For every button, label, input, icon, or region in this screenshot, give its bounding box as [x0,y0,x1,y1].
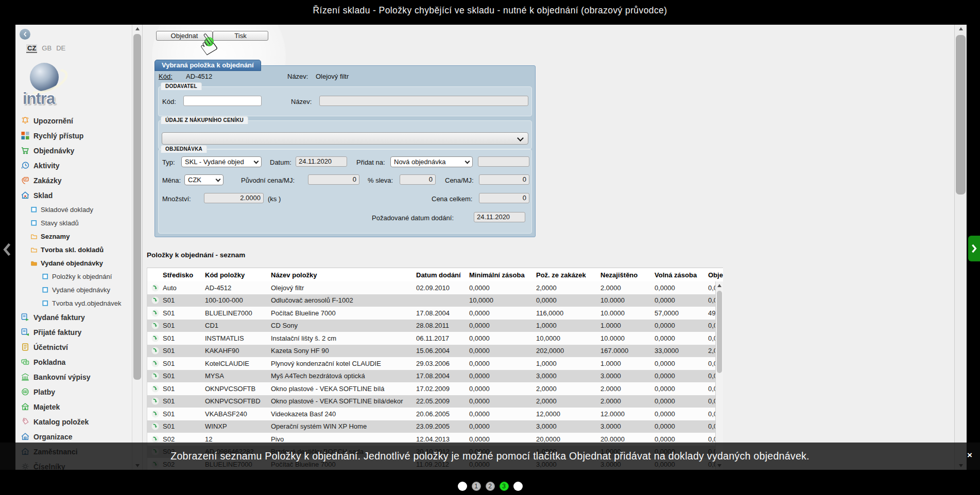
table-row[interactable]: S01WINXPOperační systém WIN XP Home23.09… [147,420,723,433]
table-row[interactable]: S01KotelCLAUDIEPlynový kondenzační kotel… [147,357,723,370]
table-row[interactable]: S01INSTMATLISInstalační lišty š. 2 cm06.… [147,332,723,345]
column-header[interactable]: Minimální zásoba [468,271,535,279]
supplier-kod-input[interactable] [183,96,262,106]
pagination-dot-1[interactable]: 1 [472,482,481,491]
green-curved-arrow-icon[interactable] [147,360,162,367]
green-curved-arrow-icon[interactable] [147,410,162,418]
sidebar-collapse-button[interactable] [20,29,30,40]
cena-mj-input[interactable]: 0 [479,174,529,185]
column-header[interactable]: Pož. ze zakázek [535,271,599,279]
table-row[interactable]: AutoAD-4512Olejový filtr02.09.20100,0000… [147,281,723,294]
column-header[interactable]: Kód položky [204,271,270,279]
window-scrollbar[interactable] [954,25,967,470]
green-curved-arrow-icon[interactable] [147,397,162,405]
sidebar-item[interactable]: Účetnictví [15,340,132,355]
table-scrollbar-thumb[interactable] [717,291,722,373]
sleva-input[interactable]: 0 [400,174,436,185]
sidebar-item[interactable]: Vydané objednávky [15,283,132,296]
pridat-extra-input[interactable] [478,156,529,167]
puvodni-input[interactable]: 0 [308,174,359,185]
guide-prev-button[interactable] [2,242,11,257]
sidebar-item[interactable]: Vydané faktury [15,310,132,325]
language-gb[interactable]: GB [42,44,51,53]
sidebar-item[interactable]: Bankovní výpisy [15,369,132,384]
green-curved-arrow-icon[interactable] [147,322,162,329]
sidebar-item[interactable]: Majetek [15,399,132,414]
sidebar-item[interactable]: Platby [15,384,132,399]
mena-select[interactable]: CZK [184,174,223,185]
cell-stredisko: S01 [162,322,204,329]
green-curved-arrow-icon[interactable] [147,334,162,342]
sidebar-scrollbar-thumb[interactable] [133,34,141,380]
sidebar-item[interactable]: Tvorba vyd.objednávek [15,296,132,310]
pagination-dot[interactable] [458,482,467,491]
cell-poz: 10,0000 [535,334,599,342]
language-cz[interactable]: CZ [26,44,37,53]
sidebar-item[interactable]: Přijaté faktury [15,325,132,340]
sidebar-item[interactable]: Vydané objednávky [15,256,132,270]
column-header[interactable]: Volná zásoba [654,271,707,279]
datum-input[interactable]: 24.11.2020 [296,156,347,167]
pozadovane-input[interactable]: 24.11.2020 [474,212,525,222]
pridat-select[interactable]: Nová objednávka [390,156,473,167]
sidebar-item[interactable]: Sklad [15,188,132,203]
sidebar-item[interactable]: Tvorba skl. dokladů [15,243,132,256]
cell-stredisko: S01 [162,360,204,367]
table-row[interactable]: S01OKNPVCSOFTBDOkno plastové - VEKA SOFT… [147,395,723,408]
mnozstvi-input[interactable]: 2.0000 [204,193,264,203]
cell-stredisko: S01 [162,309,204,317]
green-curved-arrow-icon[interactable] [147,372,162,380]
pagination-dot-3[interactable]: 3 [500,482,509,491]
supplier-nazev-input[interactable] [319,96,528,106]
green-curved-arrow-icon[interactable] [147,385,162,393]
celkem-input[interactable]: 0 [479,193,529,203]
sidebar-item[interactable]: Položky k objednání [15,270,132,283]
kod-label[interactable]: Kód: [159,73,173,80]
close-icon[interactable]: × [964,450,975,461]
pagination-dot[interactable] [513,482,523,491]
column-header[interactable]: Objednáno [707,271,723,279]
table-row[interactable]: S01100-100-000Odlučovač aerosolů F-10021… [147,294,723,307]
print-button[interactable]: Tisk [213,31,268,41]
cell-kod: AD-4512 [204,284,270,292]
green-curved-arrow-icon[interactable] [147,435,162,443]
green-curved-arrow-icon[interactable] [147,284,162,292]
table-row[interactable]: S01OKNPVCSOFTBOkno plastové - VEKA SOFTL… [147,382,723,395]
typ-select[interactable]: SKL - Vydané objed [181,156,262,167]
scroll-up-icon[interactable] [716,281,723,290]
table-row[interactable]: S01VKABASF240Videokazeta Basf 24020.06.2… [147,408,723,420]
pagination-dot-2[interactable]: 2 [486,482,495,491]
language-de[interactable]: DE [56,44,65,53]
window-scrollbar-thumb[interactable] [956,35,966,195]
column-header[interactable]: Název položky [270,271,415,279]
sidebar-item[interactable]: Katalog položek [15,414,132,429]
green-curved-arrow-icon[interactable] [147,296,162,304]
green-curved-arrow-icon[interactable] [147,347,162,355]
table-scrollbar[interactable] [715,281,723,470]
guide-next-button[interactable] [968,236,980,261]
column-header[interactable]: Středisko [162,271,204,279]
scroll-up-icon[interactable] [955,25,967,33]
pricelist-select[interactable] [162,132,528,145]
sidebar-item[interactable]: Skladové doklady [15,203,132,216]
table-row[interactable]: S01BLUELINE7000Počítač Blueline 700017.0… [147,307,723,320]
sidebar-item[interactable]: Aktivity [15,158,132,173]
cell-datum: 29.03.2006 [415,360,468,367]
scroll-up-icon[interactable] [132,25,142,33]
sidebar-item[interactable]: Zakázky [15,173,132,188]
sidebar-item[interactable]: Pokladna [15,355,132,369]
sidebar-scrollbar[interactable] [132,25,143,470]
sidebar-item[interactable]: Stavy skladů [15,216,132,229]
green-curved-arrow-icon[interactable] [147,422,162,430]
sidebar-item[interactable]: Objednávky [15,143,132,158]
table-row[interactable]: S01KAKAHF90Kazeta Sony HF 9015.06.20040,… [147,345,723,358]
sidebar-item[interactable]: Upozornění [15,113,132,128]
column-header[interactable]: Nezajištěno [599,271,654,279]
green-curved-arrow-icon[interactable] [147,309,162,317]
sidebar-item[interactable]: Organizace [15,429,132,444]
column-header[interactable]: Datum dodání [415,271,468,279]
sidebar-item[interactable]: Rychlý přístup [15,128,132,143]
sidebar-item[interactable]: Seznamy [15,229,132,243]
table-row[interactable]: S01MYSAMyš A4Tech bezdrátová optická17.0… [147,370,723,383]
table-row[interactable]: S01CD1CD Sony28.08.20110,00001,00001.000… [147,320,723,332]
